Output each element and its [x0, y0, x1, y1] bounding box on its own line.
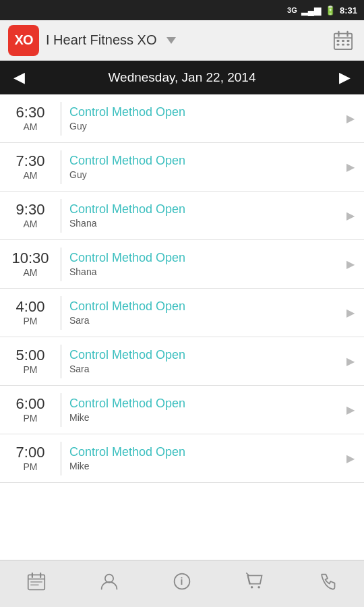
svg-rect-6: [347, 40, 350, 42]
time-hour: 6:30: [16, 105, 45, 121]
time-block: 9:30 AM: [0, 195, 61, 235]
phone-nav-icon: [318, 572, 337, 596]
time-hour: 6:00: [16, 396, 45, 412]
app-logo: XO: [8, 25, 39, 56]
schedule-item[interactable]: 7:30 AM Control Method Open Guy ▶: [0, 143, 364, 192]
svg-text:i: i: [180, 576, 183, 587]
time-divider: [61, 345, 61, 378]
schedule-item[interactable]: 5:00 PM Control Method Open Sara ▶: [0, 337, 364, 386]
profile-nav-item[interactable]: [73, 572, 146, 596]
schedule-item[interactable]: 6:30 AM Control Method Open Guy ▶: [0, 94, 364, 143]
event-name: Control Method Open: [69, 251, 337, 265]
info-nav-item[interactable]: i: [146, 572, 218, 596]
header-left: XO I Heart Fitness XO: [8, 25, 176, 56]
svg-rect-4: [337, 40, 340, 42]
event-instructor: Mike: [69, 412, 337, 423]
status-bar: 3G ▂▄▆ 🔋 8:31: [0, 0, 364, 20]
svg-rect-7: [337, 43, 340, 45]
shop-nav-item[interactable]: [218, 572, 291, 596]
time-ampm: PM: [24, 364, 38, 375]
time-divider: [61, 102, 61, 136]
time-ampm: AM: [24, 267, 38, 278]
time-ampm: PM: [24, 413, 38, 424]
event-instructor: Sara: [69, 364, 337, 374]
event-info: Control Method Open Mike: [69, 440, 337, 477]
event-info: Control Method Open Shana: [69, 245, 337, 283]
calendar-button[interactable]: [330, 28, 356, 53]
schedule-item[interactable]: 4:00 PM Control Method Open Sara ▶: [0, 289, 364, 337]
event-name: Control Method Open: [69, 154, 337, 168]
item-arrow-icon: ▶: [337, 258, 364, 270]
battery-icon: 🔋: [325, 5, 336, 16]
event-name: Control Method Open: [69, 202, 337, 216]
schedule-item[interactable]: 9:30 AM Control Method Open Shana ▶: [0, 192, 364, 240]
time-block: 6:00 PM: [0, 389, 61, 430]
item-arrow-icon: ▶: [337, 161, 364, 173]
info-nav-icon: i: [173, 572, 191, 596]
time-hour: 7:30: [16, 153, 45, 169]
event-info: Control Method Open Sara: [69, 294, 337, 331]
svg-rect-8: [342, 43, 344, 45]
network-indicator: 3G: [287, 6, 297, 14]
signal-bars-icon: ▂▄▆: [301, 5, 321, 16]
time-block: 4:00 PM: [0, 292, 61, 333]
schedule-item[interactable]: 6:00 PM Control Method Open Mike ▶: [0, 386, 364, 434]
time-hour: 10:30: [11, 250, 49, 266]
time-hour: 4:00: [16, 299, 45, 315]
event-instructor: Shana: [69, 266, 337, 277]
item-arrow-icon: ▶: [337, 403, 364, 416]
item-arrow-icon: ▶: [337, 306, 364, 319]
profile-nav-icon: [100, 572, 119, 596]
time-ampm: AM: [24, 219, 38, 229]
event-name: Control Method Open: [69, 445, 337, 459]
svg-rect-9: [347, 43, 350, 45]
event-info: Control Method Open Sara: [69, 343, 337, 380]
time-divider: [61, 296, 61, 330]
time-divider: [61, 150, 61, 184]
item-arrow-icon: ▶: [337, 355, 364, 368]
schedule-nav-icon: [27, 572, 46, 596]
date-navigation: ◀ Wednesday, Jan 22, 2014 ▶: [0, 61, 364, 94]
event-info: Control Method Open Mike: [69, 391, 337, 428]
item-arrow-icon: ▶: [337, 209, 364, 222]
svg-point-16: [105, 575, 113, 583]
svg-point-20: [257, 586, 260, 589]
time-display: 8:31: [340, 5, 357, 16]
current-date-label: Wednesday, Jan 22, 2014: [108, 70, 255, 85]
time-block: 7:00 PM: [0, 438, 61, 478]
event-info: Control Method Open Guy: [69, 100, 337, 137]
next-date-button[interactable]: ▶: [332, 65, 357, 90]
time-block: 10:30 AM: [0, 243, 61, 284]
event-instructor: Sara: [69, 315, 337, 326]
time-ampm: PM: [24, 461, 38, 472]
schedule-item[interactable]: 7:00 PM Control Method Open Mike ▶: [0, 434, 364, 483]
event-name: Control Method Open: [69, 397, 337, 411]
event-instructor: Shana: [69, 218, 337, 229]
event-instructor: Guy: [69, 169, 337, 180]
dropdown-arrow-icon[interactable]: [166, 37, 176, 44]
phone-nav-item[interactable]: [291, 572, 364, 596]
time-ampm: AM: [24, 170, 38, 181]
svg-point-19: [251, 586, 253, 589]
bottom-navigation: i: [0, 560, 364, 607]
shop-nav-icon: [245, 572, 264, 596]
event-info: Control Method Open Shana: [69, 197, 337, 234]
time-hour: 7:00: [16, 444, 45, 461]
time-block: 5:00 PM: [0, 341, 61, 381]
item-arrow-icon: ▶: [337, 452, 364, 465]
time-block: 7:30 AM: [0, 146, 61, 187]
time-hour: 9:30: [16, 202, 45, 218]
time-divider: [61, 248, 61, 281]
time-divider: [61, 442, 61, 475]
event-info: Control Method Open Guy: [69, 148, 337, 185]
schedule-item[interactable]: 10:30 AM Control Method Open Shana ▶: [0, 240, 364, 289]
time-hour: 5:00: [16, 347, 45, 364]
app-title: I Heart Fitness XO: [46, 32, 157, 48]
schedule-nav-item[interactable]: [0, 572, 73, 596]
event-instructor: Guy: [69, 121, 337, 132]
svg-rect-5: [342, 40, 344, 42]
app-header: XO I Heart Fitness XO: [0, 20, 364, 61]
event-name: Control Method Open: [69, 105, 337, 119]
time-divider: [61, 393, 61, 427]
prev-date-button[interactable]: ◀: [7, 65, 32, 90]
